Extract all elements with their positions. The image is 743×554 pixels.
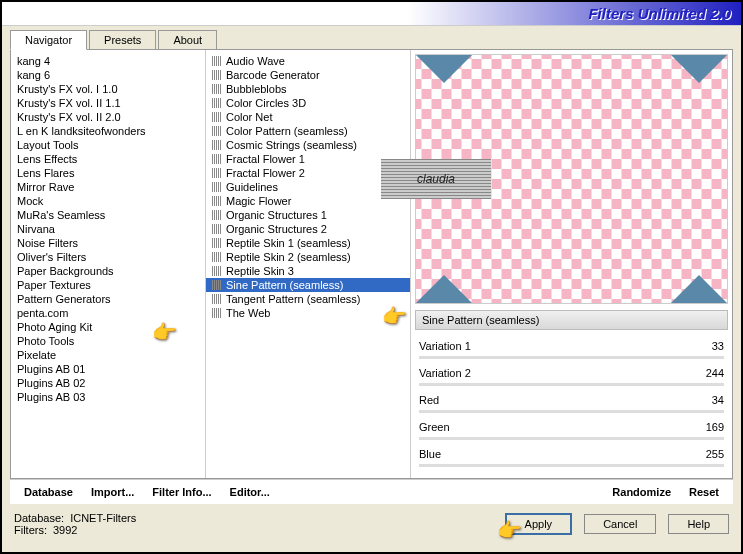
param-slider[interactable] (419, 383, 724, 386)
category-item[interactable]: Krusty's FX vol. II 1.1 (11, 96, 205, 110)
category-item[interactable]: Layout Tools (11, 138, 205, 152)
tab-presets[interactable]: Presets (89, 30, 156, 49)
category-item[interactable]: kang 6 (11, 68, 205, 82)
filter-icon (212, 168, 222, 178)
filter-item[interactable]: Color Circles 3D (206, 96, 410, 110)
filter-item-label: Cosmic Strings (seamless) (226, 139, 357, 151)
category-item[interactable]: Mock (11, 194, 205, 208)
filter-item[interactable]: Guidelines (206, 180, 410, 194)
category-item[interactable]: Lens Flares (11, 166, 205, 180)
filter-info-button[interactable]: Filter Info... (152, 486, 211, 498)
watermark: claudia (381, 159, 491, 199)
category-item[interactable]: penta.com (11, 306, 205, 320)
filter-item-label: Barcode Generator (226, 69, 320, 81)
category-list[interactable]: kang 4kang 6Krusty's FX vol. I 1.0Krusty… (11, 50, 206, 478)
filter-item[interactable]: Fractal Flower 2 (206, 166, 410, 180)
filter-icon (212, 182, 222, 192)
filter-icon (212, 224, 222, 234)
database-button[interactable]: Database (24, 486, 73, 498)
category-item[interactable]: Plugins AB 02 (11, 376, 205, 390)
filters-count-value: 3992 (53, 524, 77, 536)
category-item[interactable]: Nirvana (11, 222, 205, 236)
param-value: 255 (706, 448, 724, 460)
param-name: Variation 1 (419, 340, 471, 352)
filter-item[interactable]: Magic Flower (206, 194, 410, 208)
filter-icon (212, 252, 222, 262)
param-name: Red (419, 394, 439, 406)
category-item[interactable]: Photo Aging Kit (11, 320, 205, 334)
bottom-toolbar: Database Import... Filter Info... Editor… (10, 479, 733, 504)
parameter-list: Variation 133Variation 2244Red34Green169… (415, 338, 728, 473)
category-item[interactable]: Pattern Generators (11, 292, 205, 306)
randomize-button[interactable]: Randomize (612, 486, 671, 498)
title-bar: Filters Unlimited 2.0 (2, 2, 741, 26)
footer: Database: ICNET-Filters Filters: 3992 Ap… (2, 504, 741, 544)
filter-item[interactable]: Reptile Skin 3 (206, 264, 410, 278)
filter-item-label: Fractal Flower 1 (226, 153, 305, 165)
filter-item[interactable]: Bubbleblobs (206, 82, 410, 96)
filter-item[interactable]: Reptile Skin 1 (seamless) (206, 236, 410, 250)
param-value: 169 (706, 421, 724, 433)
filter-item[interactable]: Organic Structures 2 (206, 222, 410, 236)
help-button[interactable]: Help (668, 514, 729, 534)
filter-icon (212, 126, 222, 136)
tab-bar: NavigatorPresetsAbout (10, 30, 741, 49)
filter-item[interactable]: Color Net (206, 110, 410, 124)
filter-item-label: Reptile Skin 1 (seamless) (226, 237, 351, 249)
param-slider[interactable] (419, 356, 724, 359)
import-button[interactable]: Import... (91, 486, 134, 498)
category-item[interactable]: Photo Tools (11, 334, 205, 348)
filter-item[interactable]: Audio Wave (206, 54, 410, 68)
filter-item-label: Color Circles 3D (226, 97, 306, 109)
category-item[interactable]: Plugins AB 01 (11, 362, 205, 376)
param-value: 244 (706, 367, 724, 379)
category-item[interactable]: Oliver's Filters (11, 250, 205, 264)
category-item[interactable]: Pixelate (11, 348, 205, 362)
filter-item[interactable]: Sine Pattern (seamless) (206, 278, 410, 292)
filter-item[interactable]: Cosmic Strings (seamless) (206, 138, 410, 152)
db-label: Database: (14, 512, 64, 524)
filter-icon (212, 70, 222, 80)
param-slider[interactable] (419, 437, 724, 440)
category-item[interactable]: L en K landksiteofwonders (11, 124, 205, 138)
tab-about[interactable]: About (158, 30, 217, 49)
category-item[interactable]: Noise Filters (11, 236, 205, 250)
filter-item[interactable]: Tangent Pattern (seamless) (206, 292, 410, 306)
preview-corner-shape (671, 55, 727, 83)
filter-icon (212, 140, 222, 150)
param-name: Green (419, 421, 450, 433)
category-item[interactable]: Krusty's FX vol. I 1.0 (11, 82, 205, 96)
category-item[interactable]: Lens Effects (11, 152, 205, 166)
filter-item[interactable]: Organic Structures 1 (206, 208, 410, 222)
filter-item-label: Color Net (226, 111, 272, 123)
filter-item[interactable]: Fractal Flower 1 (206, 152, 410, 166)
category-item[interactable]: Paper Textures (11, 278, 205, 292)
param-slider[interactable] (419, 410, 724, 413)
param-slider[interactable] (419, 464, 724, 467)
filter-icon (212, 196, 222, 206)
filter-item[interactable]: Barcode Generator (206, 68, 410, 82)
filter-list[interactable]: Audio WaveBarcode GeneratorBubbleblobsCo… (206, 50, 411, 478)
apply-button[interactable]: Apply (505, 513, 573, 535)
param-name: Blue (419, 448, 441, 460)
filter-item[interactable]: The Web (206, 306, 410, 320)
category-item[interactable]: Paper Backgrounds (11, 264, 205, 278)
filter-item[interactable]: Color Pattern (seamless) (206, 124, 410, 138)
cancel-button[interactable]: Cancel (584, 514, 656, 534)
tab-navigator[interactable]: Navigator (10, 30, 87, 50)
category-item[interactable]: kang 4 (11, 54, 205, 68)
filter-item[interactable]: Reptile Skin 2 (seamless) (206, 250, 410, 264)
reset-button[interactable]: Reset (689, 486, 719, 498)
preview-corner-shape (671, 275, 727, 303)
category-item[interactable]: Krusty's FX vol. II 2.0 (11, 110, 205, 124)
filters-count-label: Filters: (14, 524, 47, 536)
filter-icon (212, 56, 222, 66)
filter-item-label: The Web (226, 307, 270, 319)
filter-icon (212, 294, 222, 304)
param-row: Blue255 (415, 446, 728, 462)
category-item[interactable]: MuRa's Seamless (11, 208, 205, 222)
editor-button[interactable]: Editor... (230, 486, 270, 498)
filter-item-label: Tangent Pattern (seamless) (226, 293, 361, 305)
category-item[interactable]: Mirror Rave (11, 180, 205, 194)
category-item[interactable]: Plugins AB 03 (11, 390, 205, 404)
